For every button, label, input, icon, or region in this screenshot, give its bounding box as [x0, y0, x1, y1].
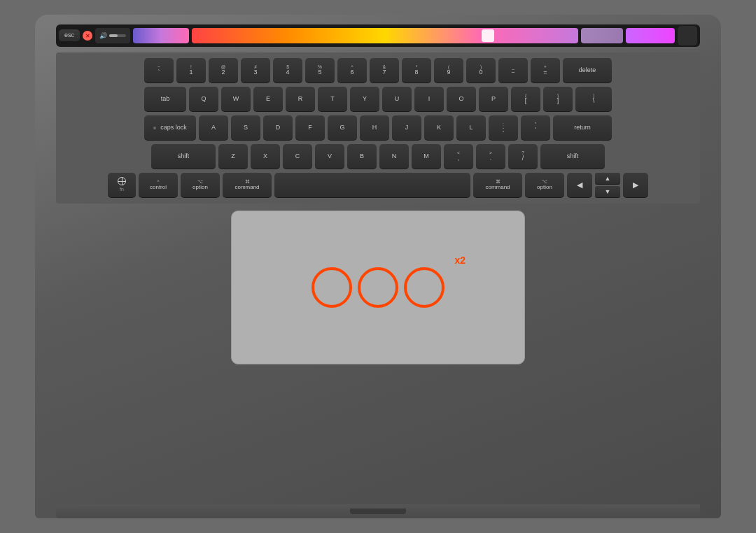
asdf-row: caps lock A S D F G H J K L :; "' return: [60, 115, 696, 141]
key-q[interactable]: Q: [189, 87, 218, 112]
gesture-circle-2: [358, 267, 398, 308]
key-h[interactable]: H: [360, 115, 389, 141]
key-option-right[interactable]: ⌥option: [525, 173, 564, 198]
key-delete[interactable]: delete: [563, 58, 612, 83]
power-button[interactable]: [678, 26, 697, 45]
key-shift-left[interactable]: shift: [151, 144, 216, 169]
trackpad[interactable]: x2: [231, 211, 525, 364]
key-slash[interactable]: ?/: [508, 144, 538, 169]
key-3[interactable]: #3: [241, 58, 270, 83]
chin-notch: [350, 509, 406, 514]
key-g[interactable]: G: [328, 115, 357, 141]
key-0[interactable]: )0: [466, 58, 496, 83]
close-button[interactable]: ✕: [83, 31, 92, 41]
key-z[interactable]: Z: [218, 144, 248, 169]
key-a[interactable]: A: [199, 115, 228, 141]
laptop-body: esc ✕ 🔊 ~` !1 @2 #3 $4 %5 ^6 &7 *8 (9: [35, 15, 721, 518]
key-space[interactable]: [274, 173, 470, 198]
gesture-indicator: x2: [312, 267, 444, 308]
trackpad-area: x2: [56, 204, 700, 504]
key-equals[interactable]: +=: [531, 58, 560, 83]
key-4[interactable]: $4: [273, 58, 302, 83]
key-c[interactable]: C: [283, 144, 312, 169]
key-v[interactable]: V: [315, 144, 344, 169]
gesture-multiplier: x2: [454, 255, 465, 266]
key-arrow-left[interactable]: ◀: [567, 173, 592, 198]
key-5[interactable]: %5: [305, 58, 335, 83]
key-7[interactable]: &7: [370, 58, 399, 83]
key-semicolon[interactable]: :;: [489, 115, 518, 141]
key-period[interactable]: >.: [476, 144, 505, 169]
key-open-bracket[interactable]: {[: [511, 87, 540, 112]
key-command-right[interactable]: ⌘command: [473, 173, 522, 198]
key-x[interactable]: X: [251, 144, 280, 169]
key-tab[interactable]: tab: [144, 87, 186, 112]
key-y[interactable]: Y: [350, 87, 379, 112]
key-arrow-down[interactable]: ▼: [595, 186, 620, 198]
key-backslash[interactable]: |\: [575, 87, 612, 112]
key-n[interactable]: N: [379, 144, 409, 169]
key-b[interactable]: B: [347, 144, 377, 169]
key-arrow-up[interactable]: ▲: [595, 173, 620, 185]
key-e[interactable]: E: [253, 87, 283, 112]
key-d[interactable]: D: [263, 115, 293, 141]
key-comma[interactable]: <,: [444, 144, 473, 169]
key-k[interactable]: K: [424, 115, 454, 141]
zxcv-row: shift Z X C V B N M <, >. ?/ shift: [60, 144, 696, 169]
globe-icon: [118, 177, 126, 185]
key-j[interactable]: J: [392, 115, 421, 141]
key-return[interactable]: return: [553, 115, 612, 141]
key-arrow-right[interactable]: ▶: [623, 173, 648, 198]
key-2[interactable]: @2: [209, 58, 238, 83]
key-m[interactable]: M: [412, 144, 441, 169]
touch-bar: esc ✕ 🔊: [56, 24, 700, 47]
key-command-left[interactable]: ⌘command: [223, 173, 272, 198]
key-w[interactable]: W: [221, 87, 251, 112]
key-i[interactable]: I: [414, 87, 444, 112]
qwerty-row: tab Q W E R T Y U I O P {[ }] |\: [60, 87, 696, 112]
key-shift-right[interactable]: shift: [540, 144, 605, 169]
key-o[interactable]: O: [447, 87, 476, 112]
tb-widget-1[interactable]: [133, 28, 189, 43]
key-capslock[interactable]: caps lock: [144, 115, 196, 141]
volume-icon: 🔊: [99, 32, 107, 39]
key-t[interactable]: T: [318, 87, 347, 112]
tb-widget-2[interactable]: [581, 28, 623, 43]
laptop-chin: [56, 504, 700, 518]
key-minus[interactable]: _−: [498, 58, 528, 83]
key-1[interactable]: !1: [176, 58, 206, 83]
key-u[interactable]: U: [382, 87, 412, 112]
gesture-circle-1: [312, 267, 352, 308]
key-quote[interactable]: "': [521, 115, 550, 141]
keyboard: ~` !1 @2 #3 $4 %5 ^6 &7 *8 (9 )0 _− += d…: [56, 52, 700, 204]
key-6[interactable]: ^6: [337, 58, 367, 83]
esc-key[interactable]: esc: [59, 29, 80, 42]
key-9[interactable]: (9: [434, 58, 463, 83]
key-option-left[interactable]: ⌥option: [181, 173, 220, 198]
volume-control[interactable]: 🔊: [95, 28, 130, 43]
key-tilde[interactable]: ~`: [144, 58, 174, 83]
key-s[interactable]: S: [231, 115, 260, 141]
bottom-row: fn ^control ⌥option ⌘command ⌘command ⌥o…: [60, 173, 696, 198]
key-f[interactable]: F: [295, 115, 325, 141]
key-l[interactable]: L: [456, 115, 486, 141]
key-r[interactable]: R: [286, 87, 315, 112]
tb-brightness-slider[interactable]: [192, 28, 578, 43]
gesture-circle-3: [404, 267, 444, 308]
key-p[interactable]: P: [479, 87, 508, 112]
key-8[interactable]: *8: [402, 58, 431, 83]
key-close-bracket[interactable]: }]: [543, 87, 573, 112]
number-row: ~` !1 @2 #3 $4 %5 ^6 &7 *8 (9 )0 _− += d…: [60, 58, 696, 83]
tb-widget-3[interactable]: [626, 28, 675, 43]
key-fn[interactable]: fn: [108, 173, 136, 198]
arrow-up-down: ▲ ▼: [595, 173, 620, 198]
key-control[interactable]: ^control: [139, 173, 178, 198]
